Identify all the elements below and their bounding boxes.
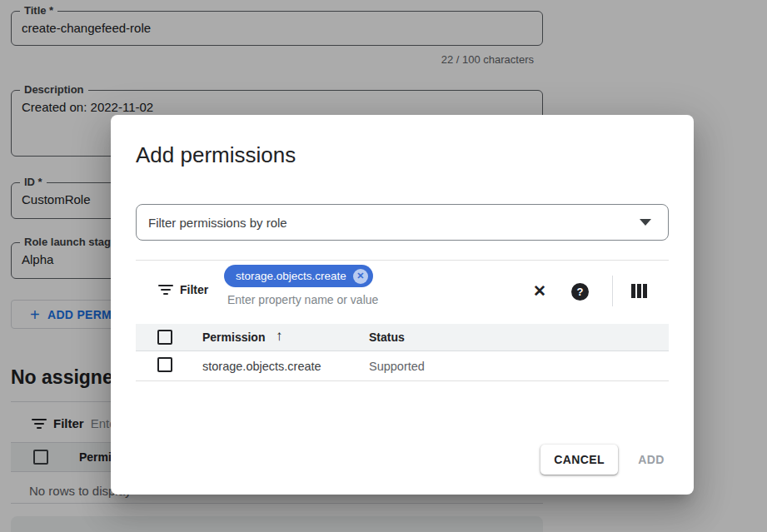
divider — [612, 276, 613, 306]
filter-input[interactable] — [227, 293, 477, 306]
row-checkbox[interactable] — [157, 357, 172, 372]
status-column-header: Status — [369, 331, 405, 344]
permissions-table: Permission ↑ Status storage.objects.crea… — [136, 324, 669, 381]
permission-column-header[interactable]: Permission — [202, 331, 265, 344]
chip-remove-icon[interactable]: ✕ — [353, 269, 368, 284]
permissions-table-header: Permission ↑ Status — [136, 324, 669, 351]
add-permissions-dialog: Add permissions Filter permissions by ro… — [111, 115, 694, 495]
filter-chip-label: storage.objects.create — [236, 270, 346, 282]
add-button[interactable]: ADD — [625, 445, 677, 475]
dialog-title: Add permissions — [136, 142, 296, 168]
role-filter-dropdown-value: Filter permissions by role — [148, 216, 287, 230]
filter-label: Filter — [180, 283, 208, 296]
filter-icon — [158, 285, 173, 295]
column-display-options-icon[interactable] — [631, 284, 647, 298]
sort-ascending-icon[interactable]: ↑ — [276, 328, 283, 345]
filter-chip-storage-objects-create[interactable]: storage.objects.create ✕ — [224, 265, 373, 287]
role-filter-dropdown[interactable]: Filter permissions by role — [136, 204, 669, 241]
chevron-down-icon — [640, 219, 651, 226]
cancel-button[interactable]: CANCEL — [540, 445, 618, 475]
permission-cell: storage.objects.create — [202, 360, 321, 373]
help-icon[interactable]: ? — [571, 283, 589, 301]
select-all-checkbox[interactable] — [157, 330, 172, 345]
clear-filters-icon[interactable]: ✕ — [530, 281, 549, 301]
status-cell: Supported — [369, 360, 425, 373]
divider — [136, 260, 669, 261]
table-row[interactable]: storage.objects.create Supported — [136, 351, 669, 381]
